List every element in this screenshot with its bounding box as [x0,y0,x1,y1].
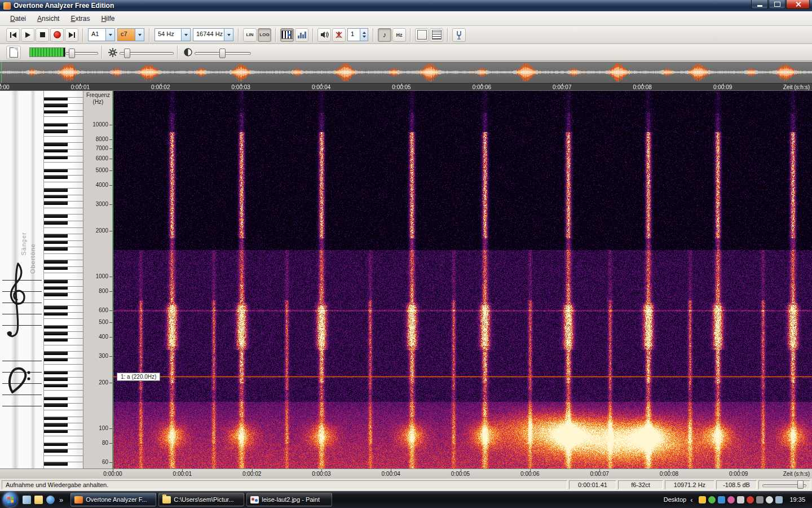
spectrogram-palette-button[interactable] [415,28,429,42]
combo-dropdown-icon[interactable] [224,29,233,41]
freq-tick-mark [109,428,112,429]
piano-white-key[interactable] [44,345,83,352]
microphone-muted-button[interactable] [332,28,346,42]
tuning-fork-button[interactable] [452,28,466,42]
freq-high-select[interactable]: 16744 Hz [193,28,233,41]
menu-ansicht[interactable]: Ansicht [32,13,65,24]
piano-white-key[interactable] [44,410,83,417]
taskbar-clock: 19:35 [789,496,805,503]
sync-icon[interactable] [718,496,725,503]
piano-white-key[interactable] [44,117,83,124]
combo-dropdown-icon[interactable] [135,29,144,41]
quicklaunch-media-player-icon[interactable] [46,496,55,504]
spectrogram-canvas[interactable] [113,91,812,469]
piano-white-key[interactable] [44,273,83,280]
hz-display-button[interactable]: Hz [392,28,406,42]
volume-slider-thumb[interactable] [69,49,75,58]
title-bar[interactable]: Overtone Analyzer Free Edition [0,0,812,11]
spectrogram-playhead[interactable] [113,91,113,469]
stop-button[interactable] [36,28,49,42]
antivirus-icon[interactable] [708,496,716,503]
skip-start-button[interactable] [6,28,20,42]
piano-white-key[interactable] [44,182,83,189]
histogram-view-button[interactable] [295,28,308,42]
windows-flag-icon [7,496,14,503]
piano-white-key[interactable] [44,300,83,306]
new-document-button[interactable] [6,46,21,59]
menu-extras[interactable]: Extras [65,13,95,24]
taskbar-button[interactable]: leise-laut2.jpg - Paint [246,493,332,506]
gain-slider-thumb[interactable] [124,49,130,58]
update-icon[interactable] [699,496,706,503]
volume-icon[interactable] [766,496,773,503]
piano-keyboard[interactable] [44,91,83,469]
display-settings-icon[interactable] [756,496,764,503]
contrast-slider[interactable] [195,47,251,58]
contrast-slider-thumb[interactable] [219,49,226,58]
status-zoom-control[interactable] [758,480,810,489]
quicklaunch-show-desktop-icon[interactable] [23,496,31,504]
skip-end-button[interactable] [65,28,78,42]
piano-white-key[interactable] [44,319,83,326]
menu-datei[interactable]: Datei [5,13,32,24]
status-zoom-slider[interactable] [762,480,806,490]
freq-low-value: 54 Hz [155,29,181,41]
freq-low-select[interactable]: 54 Hz [155,28,191,41]
freq-tick-mark [109,204,112,205]
tray-collapse-chevron[interactable]: ‹ [690,496,692,504]
note-display-button[interactable]: ♪ [378,28,391,42]
play-button[interactable] [21,28,34,42]
line-display-button[interactable] [430,28,443,42]
record-button[interactable] [50,28,64,42]
piano-white-key[interactable] [44,137,83,143]
note-low-select[interactable]: A1 [88,28,115,41]
freq-tick-label: 800 [99,288,108,294]
piano-white-key[interactable] [44,456,83,463]
cursor-frequency-readout: 10971.2 Hz [665,480,714,489]
security-alert-icon[interactable] [747,496,754,503]
taskbar-button[interactable]: C:\Users\sem\Pictur... [158,493,244,506]
status-zoom-thumb[interactable] [797,480,804,489]
freq-tick-label: 100 [99,425,108,431]
freq-tick-label: 8000 [96,136,108,142]
message-icon[interactable] [727,496,735,503]
freq-tick-mark [109,277,112,277]
spectrogram-view[interactable]: 1: a (220.0Hz) [113,91,812,469]
log-scale-button[interactable]: LOG [258,28,271,42]
combo-dropdown-icon[interactable] [105,29,114,41]
quicklaunch-explorer-icon[interactable] [34,496,43,504]
gain-slider[interactable] [120,47,174,58]
minimize-button[interactable] [751,0,768,9]
piano-white-key[interactable] [44,391,83,397]
menu-hilfe[interactable]: Hilfe [95,13,120,24]
speaker-output-button[interactable] [317,28,331,42]
zoom-spinner[interactable]: 1 [347,28,368,41]
frequency-marker-label[interactable]: 1: a (220.0Hz) [117,373,160,381]
bass-clef-icon [7,363,32,399]
piano-white-key[interactable] [44,208,83,215]
volume-slider[interactable] [65,47,98,58]
waveform-playhead[interactable] [1,62,2,83]
frequency-axis-title: Frequenz (Hz) [83,92,113,106]
piano-white-key[interactable] [44,228,83,235]
taskbar-button[interactable]: Overtone Analyzer F... [70,493,156,506]
start-button[interactable] [3,492,17,507]
linear-scale-button[interactable]: LIN [243,28,257,42]
piano-white-key[interactable] [44,365,83,371]
piano-white-key[interactable] [44,254,83,261]
piano-white-key[interactable] [44,163,83,169]
keyboard-view-button[interactable] [280,28,294,42]
maximize-button[interactable] [769,0,785,9]
close-button[interactable] [786,0,810,9]
piano-white-key[interactable] [44,436,83,443]
note-high-select[interactable]: c7 [117,28,144,41]
waveform-display[interactable] [0,62,812,83]
cut-tool-icon[interactable] [737,496,744,503]
freq-tick-mark [109,291,112,292]
piano-white-key[interactable] [44,91,83,98]
quicklaunch-overflow-chevron[interactable]: » [59,496,63,504]
combo-dropdown-icon[interactable] [181,29,190,41]
paint-icon [250,496,259,503]
network-icon[interactable] [775,496,783,503]
desktop-toolbar-label[interactable]: Desktop [664,496,686,503]
